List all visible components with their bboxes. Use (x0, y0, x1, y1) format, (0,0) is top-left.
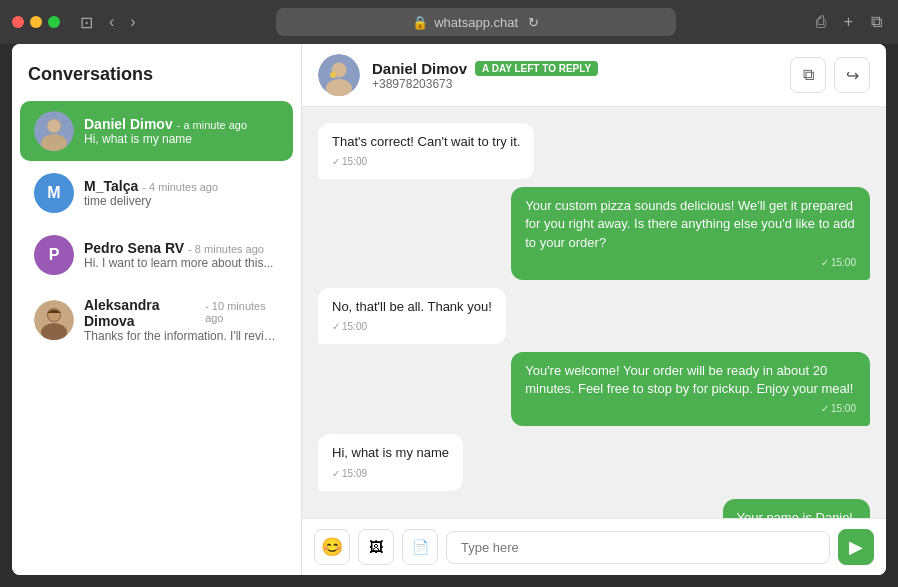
conv-name-daniel: Daniel Dimov (84, 116, 173, 132)
svg-point-3 (48, 120, 60, 132)
conv-name-row-daniel: Daniel Dimov - a minute ago (84, 116, 279, 132)
chat-header-avatar (318, 54, 360, 96)
message-wrapper-6: Your name is Daniel. ✓ 15:09 (318, 499, 870, 519)
message-wrapper-1: That's correct! Can't wait to try it. ✓ … (318, 123, 870, 179)
conv-preview-m-talca: time delivery (84, 194, 279, 208)
message-text-4: You're welcome! Your order will be ready… (525, 363, 853, 396)
message-time-1: ✓ 15:00 (332, 155, 520, 169)
conv-time-daniel: - a minute ago (177, 119, 247, 131)
forward-icon: ↪ (846, 66, 859, 85)
copy-button[interactable]: ⧉ (790, 57, 826, 93)
conv-name-row-pedro: Pedro Sena RV - 8 minutes ago (84, 240, 279, 256)
chat-area: Daniel Dimov A DAY LEFT TO REPLY +389782… (302, 44, 886, 575)
conv-preview-pedro: Hi. I want to learn more about this... (84, 256, 279, 270)
chat-header-actions: ⧉ ↪ (790, 57, 870, 93)
conv-info-aleksandra: Aleksandra Dimova - 10 minutes ago Thank… (84, 297, 279, 343)
check-icon-4: ✓ (821, 402, 829, 416)
message-bubble-2: Your custom pizza sounds delicious! We'l… (511, 187, 870, 280)
address-bar[interactable]: 🔒 whatsapp.chat ↻ (276, 8, 676, 36)
message-text-6: Your name is Daniel. (737, 510, 856, 519)
chat-contact-name: Daniel Dimov (372, 60, 467, 77)
minimize-button[interactable] (30, 16, 42, 28)
conv-name-pedro: Pedro Sena RV (84, 240, 184, 256)
message-wrapper-5: Hi, what is my name ✓ 15:09 (318, 434, 870, 490)
traffic-lights (12, 16, 60, 28)
message-bubble-6: Your name is Daniel. ✓ 15:09 (723, 499, 870, 519)
conv-info-pedro: Pedro Sena RV - 8 minutes ago Hi. I want… (84, 240, 279, 270)
share-button[interactable]: ⎙ (812, 11, 830, 33)
message-wrapper-4: You're welcome! Your order will be ready… (318, 352, 870, 426)
conv-info-m-talca: M_Talça - 4 minutes ago time delivery (84, 178, 279, 208)
conv-name-row-m-talca: M_Talça - 4 minutes ago (84, 178, 279, 194)
conversation-item-m-talca[interactable]: M M_Talça - 4 minutes ago time delivery (20, 163, 293, 223)
copy-icon: ⧉ (803, 66, 814, 84)
back-button[interactable]: ‹ (105, 11, 118, 33)
image-icon: 🖼 (369, 539, 383, 555)
emoji-icon: 😊 (321, 536, 343, 558)
url-text: whatsapp.chat (434, 15, 518, 30)
message-text-5: Hi, what is my name (332, 445, 449, 460)
conversation-item-aleksandra[interactable]: Aleksandra Dimova - 10 minutes ago Thank… (20, 287, 293, 353)
chat-contact-phone: +38978203673 (372, 77, 778, 91)
conversation-list: Daniel Dimov - a minute ago Hi, what is … (12, 99, 301, 575)
image-button[interactable]: 🖼 (358, 529, 394, 565)
conv-name-row-aleksandra: Aleksandra Dimova - 10 minutes ago (84, 297, 279, 329)
input-area: 😊 🖼 📄 ▶ (302, 518, 886, 575)
new-tab-button[interactable]: + (840, 11, 857, 33)
windows-button[interactable]: ⧉ (867, 11, 886, 33)
message-time-2: ✓ 15:00 (525, 256, 856, 270)
main-content: Conversations Daniel Dimov - a minute ag… (12, 44, 886, 575)
sidebar-title: Conversations (12, 44, 301, 99)
message-bubble-5: Hi, what is my name ✓ 15:09 (318, 434, 463, 490)
avatar-pedro: P (34, 235, 74, 275)
avatar-aleksandra (34, 300, 74, 340)
chat-header-name-row: Daniel Dimov A DAY LEFT TO REPLY (372, 60, 778, 77)
messages-container[interactable]: That's correct! Can't wait to try it. ✓ … (302, 107, 886, 518)
conv-name-aleksandra: Aleksandra Dimova (84, 297, 201, 329)
message-text-1: That's correct! Can't wait to try it. (332, 134, 520, 149)
forward-button[interactable]: ↪ (834, 57, 870, 93)
chat-header-info: Daniel Dimov A DAY LEFT TO REPLY +389782… (372, 60, 778, 91)
browser-right-buttons: ⎙ + ⧉ (812, 11, 886, 33)
message-text-2: Your custom pizza sounds delicious! We'l… (525, 198, 855, 249)
refresh-icon[interactable]: ↻ (528, 15, 539, 30)
conv-preview-aleksandra: Thanks for the information. I'll review … (84, 329, 279, 343)
close-button[interactable] (12, 16, 24, 28)
conv-preview-daniel: Hi, what is my name (84, 132, 279, 146)
sidebar: Conversations Daniel Dimov - a minute ag… (12, 44, 302, 575)
message-bubble-1: That's correct! Can't wait to try it. ✓ … (318, 123, 534, 179)
message-input[interactable] (446, 531, 830, 564)
forward-button[interactable]: › (126, 11, 139, 33)
message-wrapper-2: Your custom pizza sounds delicious! We'l… (318, 187, 870, 280)
message-bubble-3: No, that'll be all. Thank you! ✓ 15:00 (318, 288, 506, 344)
check-icon-5: ✓ (332, 467, 340, 481)
conv-info-daniel: Daniel Dimov - a minute ago Hi, what is … (84, 116, 279, 146)
sidebar-toggle-button[interactable]: ⊡ (76, 11, 97, 34)
browser-chrome: ⊡ ‹ › 🔒 whatsapp.chat ↻ ⎙ + ⧉ (0, 0, 898, 44)
message-wrapper-3: No, that'll be all. Thank you! ✓ 15:00 (318, 288, 870, 344)
conversation-item-pedro[interactable]: P Pedro Sena RV - 8 minutes ago Hi. I wa… (20, 225, 293, 285)
message-bubble-4: You're welcome! Your order will be ready… (511, 352, 870, 426)
file-button[interactable]: 📄 (402, 529, 438, 565)
message-time-4: ✓ 15:00 (525, 402, 856, 416)
message-time-5: ✓ 15:09 (332, 467, 449, 481)
lock-icon: 🔒 (412, 15, 428, 30)
conversation-item-daniel[interactable]: Daniel Dimov - a minute ago Hi, what is … (20, 101, 293, 161)
check-icon-1: ✓ (332, 155, 340, 169)
conv-time-pedro: - 8 minutes ago (188, 243, 264, 255)
file-icon: 📄 (412, 539, 429, 555)
conv-time-aleksandra: - 10 minutes ago (205, 300, 279, 324)
reply-badge: A DAY LEFT TO REPLY (475, 61, 598, 76)
conv-name-m-talca: M_Talça (84, 178, 138, 194)
message-text-3: No, that'll be all. Thank you! (332, 299, 492, 314)
check-icon-2: ✓ (821, 256, 829, 270)
send-icon: ▶ (849, 536, 863, 558)
conv-time-m-talca: - 4 minutes ago (142, 181, 218, 193)
maximize-button[interactable] (48, 16, 60, 28)
chat-header: Daniel Dimov A DAY LEFT TO REPLY +389782… (302, 44, 886, 107)
send-button[interactable]: ▶ (838, 529, 874, 565)
emoji-button[interactable]: 😊 (314, 529, 350, 565)
avatar-m-talca: M (34, 173, 74, 213)
svg-point-11 (330, 72, 336, 78)
message-time-3: ✓ 15:00 (332, 320, 492, 334)
